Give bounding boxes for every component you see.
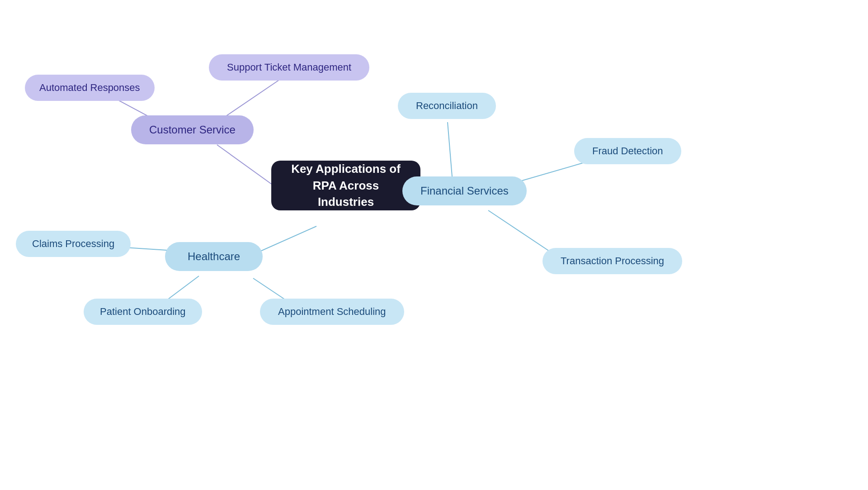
customer-service-node: Customer Service: [131, 115, 254, 144]
healthcare-node: Healthcare: [165, 242, 263, 271]
financial-services-node: Financial Services: [402, 176, 527, 205]
reconciliation-node: Reconciliation: [398, 93, 496, 119]
support-ticket-node: Support Ticket Management: [209, 54, 369, 81]
claims-processing-node: Claims Processing: [16, 231, 131, 257]
svg-line-4: [448, 122, 452, 176]
automated-responses-node: Automated Responses: [25, 75, 155, 101]
fraud-detection-node: Fraud Detection: [574, 138, 681, 164]
center-node: Key Applications of RPA Across Industrie…: [271, 161, 420, 210]
svg-line-6: [488, 210, 556, 256]
transaction-processing-node: Transaction Processing: [542, 248, 682, 274]
appointment-scheduling-node: Appointment Scheduling: [260, 299, 404, 325]
svg-line-0: [217, 145, 274, 186]
patient-onboarding-node: Patient Onboarding: [84, 299, 202, 325]
